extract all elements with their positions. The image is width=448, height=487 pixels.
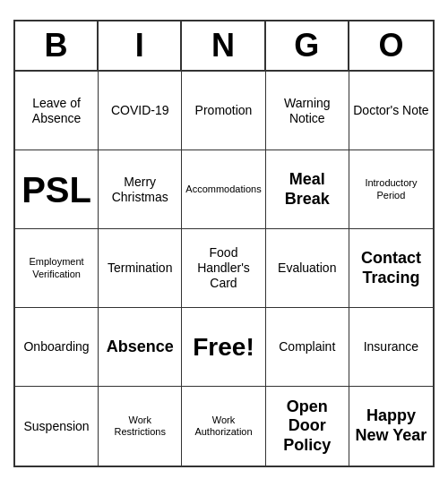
header-letter: G: [266, 21, 349, 70]
cell-label: Promotion: [195, 103, 253, 118]
bingo-cell: Merry Christmas: [99, 150, 182, 229]
cell-label: Employment Verification: [19, 256, 94, 279]
bingo-cell: Leave of Absence: [15, 72, 99, 150]
bingo-cell: Contact Tracing: [349, 229, 433, 308]
bingo-cell: Onboarding: [15, 308, 99, 387]
cell-label: Merry Christmas: [102, 175, 177, 205]
bingo-cell: COVID-19: [99, 72, 182, 150]
bingo-header: BINGO: [15, 21, 433, 72]
cell-label: Happy New Year: [353, 406, 429, 445]
bingo-cell: PSL: [15, 150, 99, 229]
bingo-cell: Absence: [99, 308, 182, 387]
cell-label: Onboarding: [23, 339, 89, 355]
bingo-cell: Food Handler's Card: [182, 229, 265, 308]
cell-label: Absence: [107, 337, 174, 357]
cell-label: Leave of Absence: [19, 96, 94, 126]
header-letter: B: [15, 21, 99, 70]
cell-label: Introductory Period: [353, 177, 429, 201]
header-letter: I: [99, 21, 182, 70]
cell-label: Work Restrictions: [102, 414, 177, 438]
bingo-cell: Employment Verification: [15, 229, 99, 308]
cell-label: Open Door Policy: [270, 397, 345, 456]
header-letter: O: [349, 21, 433, 70]
bingo-cell: Open Door Policy: [266, 387, 349, 466]
cell-label: Doctor's Note: [353, 103, 428, 118]
bingo-cell: Doctor's Note: [349, 72, 433, 150]
cell-label: Complaint: [279, 339, 335, 355]
bingo-cell: Work Restrictions: [99, 387, 182, 466]
bingo-grid: Leave of AbsenceCOVID-19PromotionWarning…: [15, 72, 433, 466]
bingo-cell: Introductory Period: [349, 150, 433, 229]
header-letter: N: [182, 21, 265, 70]
cell-label: Work Authorization: [185, 414, 261, 438]
cell-label: Termination: [108, 261, 172, 276]
bingo-cell: Free!: [182, 308, 265, 387]
bingo-cell: Accommodations: [182, 150, 265, 229]
cell-label: Accommodations: [185, 184, 261, 195]
cell-label: Free!: [193, 332, 254, 363]
bingo-card: BINGO Leave of AbsenceCOVID-19PromotionW…: [13, 20, 435, 467]
bingo-cell: Termination: [99, 229, 182, 308]
cell-label: Evaluation: [278, 261, 336, 276]
bingo-cell: Promotion: [182, 72, 265, 150]
bingo-cell: Insurance: [349, 308, 433, 387]
bingo-cell: Suspension: [15, 387, 99, 466]
cell-label: Meal Break: [270, 170, 345, 209]
cell-label: Warning Notice: [270, 96, 345, 126]
bingo-cell: Happy New Year: [349, 387, 433, 466]
bingo-cell: Meal Break: [266, 150, 349, 229]
bingo-cell: Evaluation: [266, 229, 349, 308]
bingo-cell: Warning Notice: [266, 72, 349, 150]
cell-label: Insurance: [364, 339, 418, 355]
cell-label: Contact Tracing: [353, 249, 429, 287]
bingo-cell: Work Authorization: [182, 387, 265, 466]
cell-label: Suspension: [23, 419, 89, 434]
cell-label: Food Handler's Card: [185, 245, 261, 290]
cell-label: COVID-19: [111, 103, 169, 118]
cell-label: PSL: [22, 168, 91, 211]
bingo-cell: Complaint: [266, 308, 349, 387]
